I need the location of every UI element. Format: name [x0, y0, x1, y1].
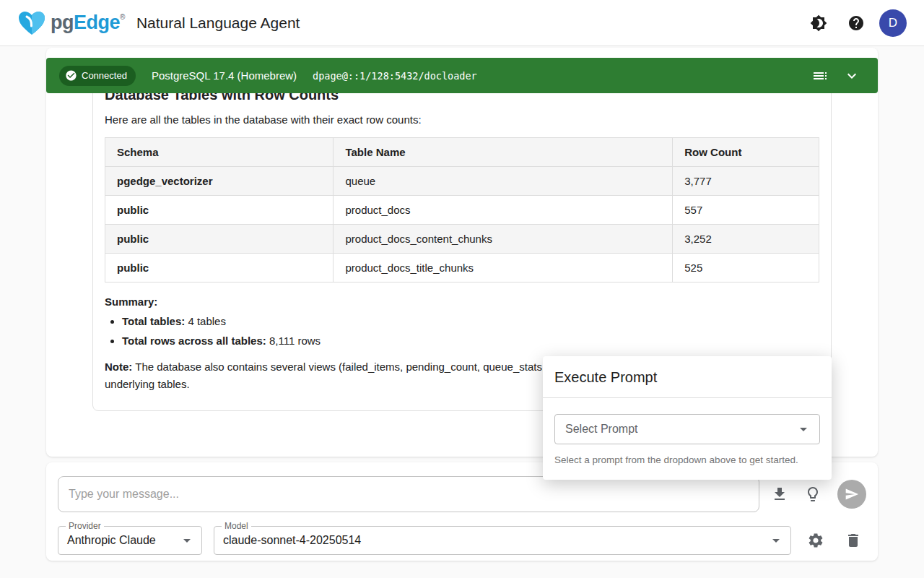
connection-status-chip: Connected — [59, 66, 136, 86]
help-icon — [847, 14, 865, 32]
brightness-icon — [810, 14, 827, 32]
cell-table-name: queue — [334, 167, 673, 196]
pgedge-heart-icon — [17, 10, 46, 36]
summary-list: Total tables: 4 tables Total rows across… — [122, 315, 819, 347]
avatar[interactable]: D — [879, 9, 907, 37]
connection-collapse-button[interactable] — [839, 63, 865, 89]
check-circle-icon — [65, 69, 77, 82]
connection-bar: Connected PostgreSQL 17.4 (Homebrew) dpa… — [46, 58, 878, 93]
table-row: public product_docs_title_chunks 525 — [105, 254, 819, 282]
column-header-row-count: Row Count — [673, 138, 819, 167]
logo-registered-mark: ® — [120, 13, 125, 21]
download-icon — [771, 486, 788, 503]
help-button[interactable] — [842, 9, 871, 38]
model-select-label: Model — [222, 521, 251, 531]
row-counts-table: Schema Table Name Row Count pgedge_vecto… — [105, 137, 819, 282]
gear-icon — [807, 532, 824, 549]
prompt-select[interactable]: Select Prompt — [554, 414, 820, 444]
connection-status-label: Connected — [82, 70, 127, 81]
caret-down-icon — [795, 420, 812, 438]
pgedge-logo: pgEdge® — [17, 10, 125, 36]
trash-icon — [845, 532, 862, 549]
send-button[interactable] — [837, 480, 866, 509]
lightbulb-icon — [804, 486, 821, 503]
cell-row-count: 3,252 — [673, 225, 819, 254]
bullet-label: Total tables: — [122, 315, 185, 327]
page-title: Natural Language Agent — [136, 14, 300, 32]
message-heading: Database Tables with Row Counts — [105, 93, 819, 103]
execute-prompt-dialog: Execute Prompt Select Prompt Select a pr… — [543, 356, 832, 480]
send-icon — [845, 487, 859, 501]
message-intro: Here are all the tables in the database … — [105, 113, 819, 126]
connection-server-label: PostgreSQL 17.4 (Homebrew) — [152, 69, 297, 82]
column-header-table-name: Table Name — [334, 138, 673, 167]
bullet-label: Total rows across all tables: — [122, 335, 266, 347]
cell-row-count: 557 — [673, 196, 819, 225]
cell-table-name: product_docs — [334, 196, 673, 225]
model-select-value: claude-sonnet-4-20250514 — [223, 534, 361, 547]
dialog-title: Execute Prompt — [554, 369, 820, 386]
connection-actions — [807, 63, 865, 89]
list-item: Total rows across all tables: 8,111 rows — [122, 335, 819, 347]
list-icon — [811, 67, 829, 85]
cell-schema: pgedge_vectorizer — [105, 167, 334, 196]
table-header-row: Schema Table Name Row Count — [105, 138, 819, 167]
table-row: pgedge_vectorizer queue 3,777 — [105, 167, 819, 196]
settings-button[interactable] — [803, 527, 829, 553]
bullet-text: 8,111 rows — [269, 335, 321, 347]
composer-settings-row: Provider Anthropic Claude Model claude-s… — [58, 526, 866, 555]
column-header-schema: Schema — [105, 138, 334, 167]
clear-chat-button[interactable] — [840, 527, 866, 553]
table-row: public product_docs 557 — [105, 196, 819, 225]
composer-input-row — [58, 476, 866, 512]
message-input[interactable] — [58, 476, 759, 512]
prompt-select-value: Select Prompt — [565, 423, 637, 436]
download-button[interactable] — [767, 481, 793, 507]
provider-select-value: Anthropic Claude — [67, 534, 156, 547]
model-select[interactable]: Model claude-sonnet-4-20250514 — [214, 526, 791, 555]
cell-schema: public — [105, 254, 334, 282]
list-item: Total tables: 4 tables — [122, 315, 819, 327]
caret-down-icon — [178, 532, 196, 549]
cell-schema: public — [105, 225, 334, 254]
cell-schema: public — [105, 196, 334, 225]
header-actions: D — [804, 9, 907, 38]
provider-select[interactable]: Provider Anthropic Claude — [58, 526, 202, 555]
cell-table-name: product_docs_content_chunks — [334, 225, 673, 254]
caret-down-icon — [767, 532, 785, 549]
logo-text-pg: pg — [51, 12, 74, 34]
cell-row-count: 3,777 — [673, 167, 819, 196]
prompt-ideas-button[interactable] — [800, 481, 826, 507]
app-header: pgEdge® Natural Language Agent D — [0, 0, 924, 46]
dialog-helper-text: Select a prompt from the dropdown above … — [554, 454, 820, 465]
chevron-down-icon — [843, 67, 860, 85]
note-label: Note: — [105, 361, 132, 373]
cell-table-name: product_docs_title_chunks — [334, 254, 673, 282]
logo-text-edge: Edge — [74, 12, 120, 34]
connection-details-button[interactable] — [807, 63, 833, 89]
theme-toggle-button[interactable] — [804, 9, 833, 38]
cell-row-count: 525 — [673, 254, 819, 282]
table-row: public product_docs_content_chunks 3,252 — [105, 225, 819, 254]
summary-heading: Summary: — [105, 296, 819, 308]
provider-select-label: Provider — [66, 521, 104, 531]
connection-dsn: dpage@::1/128:5432/docloader — [313, 70, 477, 82]
dialog-divider — [543, 397, 832, 398]
bullet-text: 4 tables — [188, 315, 226, 327]
